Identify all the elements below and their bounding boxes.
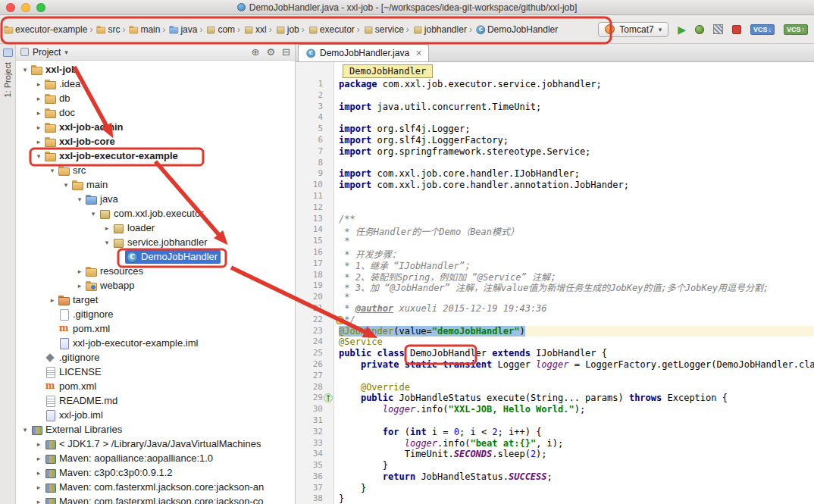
chevron-right-icon[interactable]: ▸ <box>34 109 43 117</box>
chevron-right-icon[interactable]: ▸ <box>102 224 111 232</box>
code-line-3[interactable]: import java.util.concurrent.TimeUnit; <box>339 102 814 113</box>
tree-item-gitignore[interactable]: .gitignore <box>16 350 295 365</box>
intention-bulb-icon[interactable] <box>336 316 344 324</box>
tree-item-main[interactable]: ▾main <box>16 177 295 192</box>
chevron-down-icon[interactable]: ▾ <box>20 426 30 434</box>
chevron-right-icon[interactable]: ▸ <box>34 138 43 146</box>
run-button[interactable]: ▶ <box>678 24 686 35</box>
chevron-down-icon[interactable]: ▾ <box>75 196 84 203</box>
code-line-18[interactable]: * 2、装配到Spring，例如加 “@Service” 注解； <box>339 270 814 281</box>
code-line-30[interactable]: logger.info("XXL-JOB, Hello World."); <box>339 404 814 415</box>
chevron-right-icon[interactable]: ▸ <box>34 484 43 491</box>
code-line-9[interactable]: import com.xxl.job.core.handler.IJobHand… <box>339 168 814 180</box>
override-icon[interactable]: ↑ <box>324 393 333 402</box>
editor-tab[interactable]: DemoJobHandler.java ✕ <box>298 44 429 61</box>
hide-panel-icon[interactable]: ⊟ <box>282 46 290 58</box>
chevron-right-icon[interactable]: ▸ <box>34 124 43 131</box>
tree-item-java[interactable]: ▾java <box>16 192 295 206</box>
tree-item-gitignore[interactable]: .gitignore <box>16 307 295 321</box>
code-line-10[interactable]: import com.xxl.job.core.handler.annotati… <box>339 180 814 191</box>
code-line-4[interactable] <box>339 112 814 124</box>
breadcrumb-item-jobhandler[interactable]: jobhandler <box>411 22 468 37</box>
tree-item-pom-xml[interactable]: pom.xml <box>16 321 295 336</box>
code-line-19[interactable]: * 3、加 “@JobHander” 注解，注解value值为新增任务生成的Jo… <box>339 280 814 292</box>
tree-item-xxl-job-iml[interactable]: xxl-job.iml <box>16 408 295 422</box>
code-line-8[interactable] <box>339 158 814 169</box>
maximize-window-button[interactable] <box>36 3 45 12</box>
structure-breadcrumb-chip[interactable]: DemoJobHandler <box>343 64 433 78</box>
code-line-17[interactable]: * 1、继承 “IJobHandler”； <box>339 258 814 270</box>
tree-item-pom-xml[interactable]: pom.xml <box>16 379 295 393</box>
code-line-26[interactable]: private static transient Logger logger =… <box>339 359 814 371</box>
vcs-commit-button[interactable]: VCS ↑ <box>784 24 808 35</box>
chevron-down-icon[interactable]: ▾ <box>61 181 70 189</box>
breadcrumb-item-service[interactable]: service <box>362 22 405 37</box>
tree-item-doc[interactable]: ▸doc <box>16 105 295 120</box>
debug-bug-icon[interactable] <box>695 25 704 34</box>
code-line-14[interactable]: * 任务Handler的一个Demo（Bean模式） <box>339 224 814 236</box>
code-line-1[interactable]: package com.xxl.job.executor.service.job… <box>339 79 814 90</box>
tree-item-loader[interactable]: ▸loader <box>16 221 295 235</box>
breadcrumb-item-java[interactable]: java <box>167 22 198 37</box>
chevron-down-icon[interactable]: ▾ <box>48 167 57 174</box>
chevron-right-icon[interactable]: ▸ <box>34 95 43 102</box>
tree-item-service-jobhandler[interactable]: ▾service.jobhandler <box>16 235 295 249</box>
tree-item-readme-md[interactable]: README.md <box>16 393 295 408</box>
chevron-down-icon[interactable]: ▾ <box>102 239 111 246</box>
tree-item-xxl-job-admin[interactable]: ▸xxl-job-admin <box>16 120 295 134</box>
minimize-window-button[interactable] <box>21 3 30 12</box>
code-line-35[interactable]: } <box>339 460 814 471</box>
close-window-button[interactable] <box>6 3 15 12</box>
code-line-32[interactable]: for (int i = 0; i < 2; i++) { <box>339 427 814 438</box>
tree-item-demojobhandler[interactable]: DemoJobHandler <box>16 249 295 264</box>
code-line-28[interactable]: @Override <box>339 382 814 393</box>
code-line-33[interactable]: logger.info("beat at:{}", i); <box>339 438 814 449</box>
code-line-29[interactable]: public JobHandleStatus execute(String...… <box>339 393 814 404</box>
tool-strip-project-tab[interactable]: 1: Project <box>3 62 12 97</box>
tree-item-src[interactable]: ▾src <box>16 163 295 177</box>
code-line-31[interactable] <box>339 415 814 427</box>
code-line-38[interactable]: } <box>339 493 814 504</box>
chevron-right-icon[interactable]: ▸ <box>48 296 57 304</box>
settings-gear-icon[interactable]: ⚙ <box>266 46 275 58</box>
run-config-selector[interactable]: Tomcat7 ▾ <box>598 22 668 37</box>
breadcrumb-item-main[interactable]: main <box>127 22 161 37</box>
stop-button[interactable] <box>732 25 741 34</box>
chevron-down-icon[interactable]: ▾ <box>89 210 98 218</box>
code-line-7[interactable]: import org.springframework.stereotype.Se… <box>339 146 814 158</box>
chevron-down-icon[interactable]: ▾ <box>34 152 43 160</box>
chevron-right-icon[interactable]: ▸ <box>34 80 43 88</box>
chevron-right-icon[interactable]: ▸ <box>75 268 84 275</box>
code-line-22[interactable]: */ <box>339 315 814 326</box>
tree-item-xxl-job-executor-example-iml[interactable]: xxl-job-executor-example.iml <box>16 336 295 350</box>
code-line-11[interactable] <box>339 191 814 202</box>
tree-item-license[interactable]: LICENSE <box>16 365 295 379</box>
code-line-24[interactable]: @Service <box>339 337 814 348</box>
code-line-13[interactable]: /** <box>339 214 814 225</box>
code-line-12[interactable] <box>339 202 814 214</box>
code-line-34[interactable]: TimeUnit.SECONDS.sleep(2); <box>339 449 814 460</box>
code-line-15[interactable]: * <box>339 236 814 247</box>
chevron-right-icon[interactable]: ▸ <box>34 440 43 448</box>
breadcrumb-item-executor-example[interactable]: executor-example <box>2 22 88 37</box>
breadcrumb-item-executor[interactable]: executor <box>306 22 355 37</box>
code-line-25[interactable]: public class DemoJobHandler extends IJob… <box>339 348 814 359</box>
coverage-icon[interactable] <box>713 24 723 34</box>
chevron-down-icon[interactable]: ▾ <box>20 66 30 74</box>
tree-item-resources[interactable]: ▸resources <box>16 264 295 278</box>
tree-item-maven-com-fasterxml-jackson-core-jackson-co[interactable]: ▸Maven: com.fasterxml.jackson.core:jacks… <box>16 494 295 504</box>
tree-item-maven-aopalliance-aopalliance-1-0[interactable]: ▸Maven: aopalliance:aopalliance:1.0 <box>16 451 295 465</box>
vcs-update-button[interactable]: VCS ↓ <box>750 24 775 35</box>
tree-item-target[interactable]: ▸target <box>16 293 295 307</box>
project-view-selector[interactable]: Project ▾ <box>20 47 68 58</box>
breadcrumb-item-com[interactable]: com <box>204 22 236 37</box>
tree-item-xxl-job-core[interactable]: ▸xxl-job-core <box>16 134 295 149</box>
code-line-23[interactable]: @JobHander(value="demoJobHandler") <box>339 326 814 337</box>
tree-item-external-libraries[interactable]: ▾External Libraries <box>16 422 295 437</box>
close-tab-icon[interactable]: ✕ <box>415 49 422 58</box>
code-line-21[interactable]: * @author xuxueli 2015-12-19 19:43:36 <box>339 303 814 315</box>
chevron-right-icon[interactable]: ▸ <box>75 282 84 290</box>
breadcrumb-item-src[interactable]: src <box>94 22 121 37</box>
tree-item-xxl-job[interactable]: ▾xxl-job <box>16 62 295 77</box>
code-line-2[interactable] <box>339 90 814 102</box>
